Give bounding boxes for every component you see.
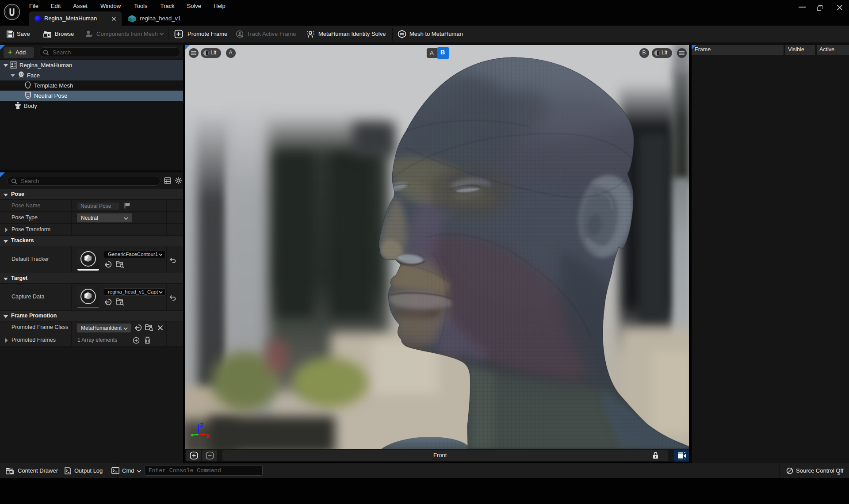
svg-text:Z: Z	[200, 422, 203, 428]
svg-text:X: X	[206, 433, 210, 439]
